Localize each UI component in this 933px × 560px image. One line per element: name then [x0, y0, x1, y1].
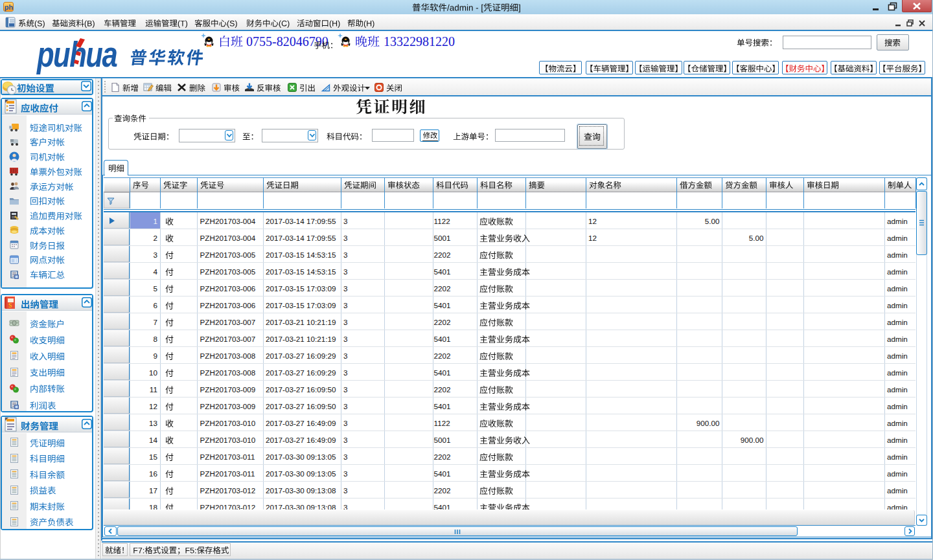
- svg-text:S: S: [8, 302, 12, 309]
